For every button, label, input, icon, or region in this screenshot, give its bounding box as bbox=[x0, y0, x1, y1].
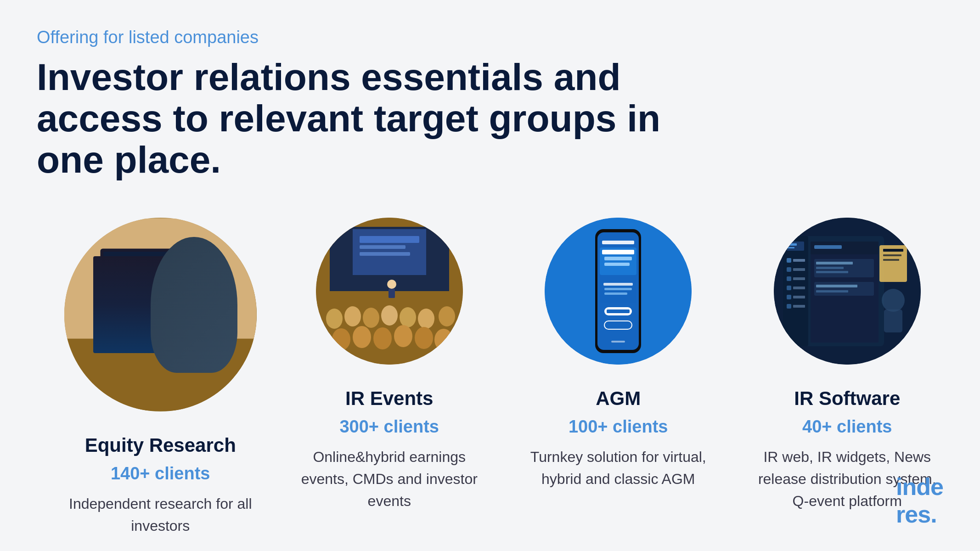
svg-rect-56 bbox=[787, 258, 791, 263]
svg-rect-1 bbox=[64, 219, 257, 351]
svg-rect-79 bbox=[884, 309, 902, 332]
svg-rect-44 bbox=[604, 292, 627, 295]
card-image-agm bbox=[545, 218, 692, 365]
card-desc-equity: Independent research for all investors bbox=[64, 493, 257, 537]
svg-rect-65 bbox=[793, 296, 805, 298]
svg-rect-40 bbox=[604, 263, 630, 266]
card-image-equity bbox=[64, 218, 257, 412]
svg-rect-74 bbox=[816, 271, 848, 273]
svg-point-22 bbox=[381, 305, 398, 326]
logo: inderes. bbox=[896, 473, 943, 528]
svg-rect-77 bbox=[816, 290, 848, 292]
svg-point-26 bbox=[332, 328, 350, 350]
card-desc-events: Online&hybrid earnings events, CMDs and … bbox=[293, 446, 486, 512]
svg-rect-46 bbox=[607, 309, 630, 313]
svg-point-25 bbox=[439, 306, 455, 326]
card-clients-events: 300+ clients bbox=[339, 417, 439, 437]
svg-rect-2 bbox=[64, 338, 257, 410]
svg-rect-39 bbox=[604, 257, 632, 260]
card-image-software bbox=[774, 218, 921, 365]
svg-point-28 bbox=[373, 327, 392, 349]
svg-rect-55 bbox=[788, 247, 794, 248]
svg-rect-82 bbox=[883, 254, 901, 256]
page-title: Investor relations essentials and access… bbox=[37, 56, 680, 181]
svg-rect-81 bbox=[883, 249, 903, 252]
svg-point-7 bbox=[185, 291, 233, 351]
svg-rect-52 bbox=[783, 236, 808, 346]
cards-container: Equity Research 140+ clients Independent… bbox=[37, 218, 943, 537]
svg-rect-60 bbox=[787, 276, 791, 281]
svg-point-23 bbox=[400, 307, 416, 327]
card-equity-research: Equity Research 140+ clients Independent… bbox=[64, 218, 257, 537]
svg-rect-43 bbox=[604, 288, 632, 290]
card-image-events bbox=[316, 218, 463, 365]
svg-point-31 bbox=[434, 329, 453, 351]
svg-rect-64 bbox=[787, 295, 791, 299]
svg-point-30 bbox=[415, 327, 433, 349]
svg-rect-63 bbox=[793, 287, 805, 289]
svg-rect-59 bbox=[793, 268, 805, 271]
svg-point-8 bbox=[191, 268, 225, 301]
card-title-agm: AGM bbox=[596, 388, 641, 410]
svg-rect-15 bbox=[360, 245, 406, 249]
svg-rect-6 bbox=[136, 338, 185, 343]
svg-rect-16 bbox=[360, 252, 410, 256]
svg-point-21 bbox=[363, 308, 379, 328]
card-clients-agm: 100+ clients bbox=[569, 417, 668, 437]
card-title-equity: Equity Research bbox=[85, 434, 236, 456]
svg-point-20 bbox=[344, 306, 361, 326]
svg-rect-75 bbox=[814, 282, 874, 296]
card-clients-equity: 140+ clients bbox=[111, 464, 210, 484]
card-clients-software: 40+ clients bbox=[802, 417, 892, 437]
svg-rect-36 bbox=[602, 241, 634, 244]
svg-rect-3 bbox=[100, 248, 208, 326]
card-ir-events: IR Events 300+ clients Online&hybrid ear… bbox=[293, 218, 486, 537]
svg-point-29 bbox=[394, 325, 412, 347]
svg-point-17 bbox=[387, 280, 396, 289]
logo-accent: res. bbox=[896, 501, 937, 528]
page-subtitle: Offering for listed companies bbox=[37, 28, 943, 47]
svg-rect-76 bbox=[816, 285, 857, 287]
svg-point-27 bbox=[353, 326, 371, 348]
svg-rect-58 bbox=[787, 267, 791, 272]
svg-rect-54 bbox=[788, 243, 797, 246]
svg-point-78 bbox=[882, 289, 905, 312]
svg-point-24 bbox=[418, 309, 434, 329]
svg-rect-67 bbox=[793, 305, 805, 308]
svg-rect-72 bbox=[816, 262, 853, 264]
svg-rect-70 bbox=[814, 245, 842, 249]
card-agm: AGM 100+ clients Turnkey solution for vi… bbox=[522, 218, 715, 537]
card-desc-agm: Turnkey solution for virtual, hybrid and… bbox=[522, 446, 715, 490]
card-title-events: IR Events bbox=[345, 388, 433, 410]
svg-rect-62 bbox=[787, 286, 791, 290]
card-title-software: IR Software bbox=[794, 388, 900, 410]
page: Offering for listed companies Investor r… bbox=[0, 0, 980, 551]
svg-rect-14 bbox=[360, 236, 419, 243]
svg-rect-53 bbox=[787, 242, 804, 251]
svg-rect-38 bbox=[602, 250, 634, 254]
svg-rect-4 bbox=[103, 251, 205, 323]
svg-rect-18 bbox=[389, 289, 395, 298]
svg-rect-73 bbox=[816, 267, 844, 269]
header: Offering for listed companies Investor r… bbox=[37, 28, 943, 181]
svg-rect-48 bbox=[611, 341, 625, 343]
svg-rect-42 bbox=[603, 283, 633, 286]
svg-rect-83 bbox=[883, 259, 899, 261]
logo-main: inde bbox=[896, 473, 943, 500]
svg-rect-9 bbox=[178, 330, 214, 339]
svg-rect-66 bbox=[787, 304, 791, 309]
svg-rect-5 bbox=[152, 326, 169, 342]
svg-rect-57 bbox=[793, 259, 805, 262]
svg-rect-61 bbox=[793, 277, 805, 280]
svg-point-19 bbox=[326, 309, 343, 329]
